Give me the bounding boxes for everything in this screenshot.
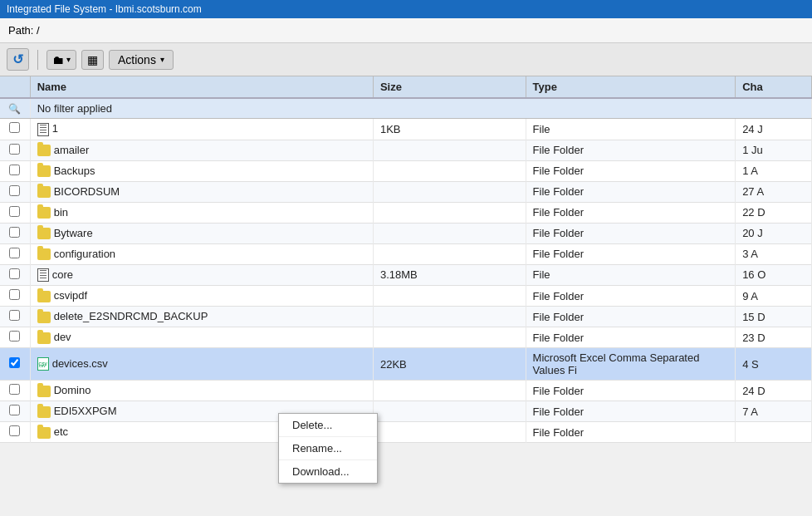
- doc-icon: [37, 123, 49, 136]
- csv-icon: CSV: [37, 357, 49, 371]
- context-menu-item-delete[interactable]: Delete...: [279, 414, 377, 437]
- doc-icon: [37, 268, 49, 282]
- file-tbody: 🔍 No filter applied 11KBFile24 JamailerF…: [0, 98, 812, 443]
- table-row[interactable]: CSVdevices.csv22KBMicrosoft Excel Comma …: [0, 348, 812, 381]
- title-bar: Integrated File System - Ibmi.scotsburn.…: [0, 0, 812, 18]
- table-row[interactable]: delete_E2SNDRCMD_BACKUPFile Folder15 D: [0, 307, 812, 327]
- grid-icon: ▦: [87, 53, 98, 66]
- file-name: delete_E2SNDRCMD_BACKUP: [54, 310, 208, 322]
- row-checkbox[interactable]: [9, 248, 20, 258]
- file-name: configuration: [54, 248, 115, 260]
- table-row[interactable]: csvipdfFile Folder9 A: [0, 286, 812, 307]
- folder-icon: [37, 312, 51, 323]
- upload-arrow: ▾: [66, 55, 71, 64]
- row-checkbox[interactable]: [9, 165, 20, 175]
- title-text: Integrated File System - Ibmi.scotsburn.…: [7, 3, 202, 15]
- row-checkbox[interactable]: [9, 144, 20, 155]
- row-checkbox[interactable]: [9, 310, 20, 321]
- folder-icon: [37, 165, 51, 177]
- table-row[interactable]: configurationFile Folder3 A: [0, 243, 812, 264]
- file-name: Backups: [54, 165, 95, 177]
- file-table: Name Size Type Cha 🔍 No filter applied 1…: [0, 76, 812, 443]
- row-checkbox[interactable]: [9, 384, 20, 395]
- upload-icon: 🖿: [52, 53, 64, 66]
- table-row[interactable]: DominoFile Folder24 D: [0, 381, 812, 401]
- folder-icon: [37, 427, 51, 439]
- folder-icon: [37, 186, 51, 198]
- table-row[interactable]: core3.18MBFile16 O: [0, 264, 812, 286]
- folder-icon: [37, 248, 51, 260]
- file-name: dev: [54, 331, 71, 343]
- table-header-row: Name Size Type Cha: [0, 76, 812, 98]
- file-name: bin: [54, 206, 68, 219]
- path-label: Path:: [8, 24, 33, 37]
- col-cha[interactable]: Cha: [736, 76, 812, 98]
- table-row[interactable]: binFile Folder22 D: [0, 202, 812, 223]
- file-name: Bytware: [54, 227, 93, 239]
- row-checkbox[interactable]: [9, 425, 20, 436]
- folder-icon: [37, 291, 51, 302]
- col-name[interactable]: Name: [30, 76, 373, 98]
- col-type[interactable]: Type: [526, 76, 736, 98]
- toolbar: ↺ 🖿 ▾ ▦ Actions ▾: [0, 43, 812, 76]
- path-bar: Path: /: [0, 18, 812, 43]
- table-container: Name Size Type Cha 🔍 No filter applied 1…: [0, 76, 812, 516]
- table-row[interactable]: EDI5XXPGMFile Folder7 A: [0, 401, 812, 422]
- row-checkbox[interactable]: [9, 206, 20, 217]
- folder-icon: [37, 332, 51, 344]
- filter-text: No filter applied: [30, 98, 811, 119]
- folder-icon: [37, 145, 51, 156]
- row-checkbox[interactable]: [9, 227, 20, 238]
- table-row[interactable]: devFile Folder23 D: [0, 327, 812, 348]
- actions-label: Actions: [118, 53, 156, 66]
- row-checkbox[interactable]: [9, 122, 20, 133]
- refresh-button[interactable]: ↺: [7, 48, 29, 71]
- row-checkbox[interactable]: [9, 331, 20, 342]
- table-row[interactable]: BytwareFile Folder20 J: [0, 223, 812, 243]
- row-checkbox[interactable]: [9, 268, 20, 279]
- path-value: /: [37, 24, 40, 37]
- file-name: amailer: [54, 144, 90, 156]
- file-name: etc: [54, 425, 68, 438]
- file-name: csvipdf: [54, 289, 87, 302]
- folder-icon: [37, 386, 51, 397]
- toolbar-separator: [37, 50, 38, 70]
- file-name: Domino: [54, 384, 91, 396]
- context-menu-item-rename[interactable]: Rename...: [279, 437, 377, 460]
- context-menu-item-download[interactable]: Download...: [279, 460, 377, 483]
- filter-row: 🔍 No filter applied: [0, 98, 812, 119]
- filter-icon: 🔍: [8, 103, 21, 115]
- col-size[interactable]: Size: [373, 76, 526, 98]
- table-row[interactable]: BICORDSUMFile Folder27 A: [0, 181, 812, 202]
- folder-icon: [37, 207, 51, 219]
- file-name: core: [52, 268, 73, 281]
- refresh-icon: ↺: [12, 52, 23, 67]
- row-checkbox[interactable]: [9, 185, 20, 196]
- grid-button[interactable]: ▦: [81, 50, 104, 70]
- actions-button[interactable]: Actions ▾: [109, 50, 174, 70]
- row-checkbox[interactable]: [9, 405, 20, 415]
- upload-button[interactable]: 🖿 ▾: [46, 50, 76, 70]
- folder-icon: [37, 406, 51, 418]
- col-checkbox: [0, 76, 30, 98]
- context-menu: Delete...Rename...Download...: [278, 413, 378, 484]
- table-row[interactable]: 11KBFile24 J: [0, 119, 812, 140]
- actions-arrow-icon: ▾: [160, 55, 164, 64]
- file-name: EDI5XXPGM: [54, 405, 117, 417]
- file-name: BICORDSUM: [54, 185, 120, 198]
- table-row[interactable]: BackupsFile Folder1 A: [0, 160, 812, 181]
- table-row[interactable]: etcFile Folder: [0, 422, 812, 443]
- file-name: 1: [52, 122, 58, 135]
- folder-icon: [37, 228, 51, 239]
- table-row[interactable]: amailerFile Folder1 Ju: [0, 140, 812, 160]
- file-name: devices.csv: [52, 357, 108, 370]
- row-checkbox[interactable]: [9, 289, 20, 300]
- row-checkbox[interactable]: [9, 357, 20, 368]
